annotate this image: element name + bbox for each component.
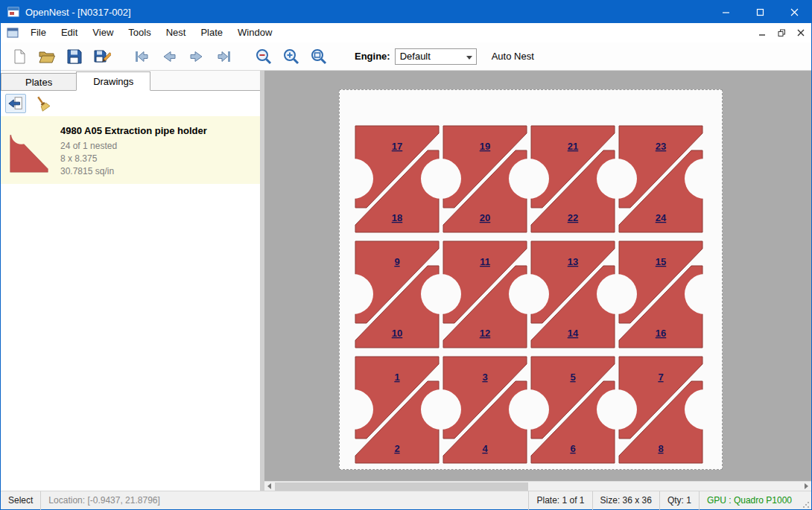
- part-number[interactable]: 11: [480, 256, 490, 267]
- part-number[interactable]: 6: [570, 443, 575, 454]
- part-number[interactable]: 5: [570, 372, 575, 383]
- menu-edit[interactable]: Edit: [54, 25, 85, 41]
- close-button[interactable]: [777, 1, 811, 23]
- tabstrip: Plates Drawings: [1, 71, 260, 91]
- drawing-list-item[interactable]: 4980 A05 Extraction pipe holder 24 of 1 …: [1, 116, 260, 184]
- scrollbar-thumb[interactable]: [275, 482, 528, 491]
- app-icon: [7, 6, 19, 18]
- part-number[interactable]: 2: [394, 443, 399, 454]
- part-circle-cutout: [509, 389, 549, 430]
- status-gpu: GPU : Quadro P1000: [699, 491, 799, 510]
- part-circle-cutout: [421, 274, 461, 314]
- maximize-button[interactable]: [743, 1, 777, 23]
- mdi-minimize-button[interactable]: [753, 25, 771, 40]
- part-number[interactable]: 9: [394, 256, 399, 267]
- engine-select[interactable]: Default: [395, 48, 477, 65]
- plate[interactable]: 171819202122232491011121314151612345678: [339, 89, 723, 470]
- panel-toolbar: [1, 91, 260, 116]
- drawing-title: 4980 A05 Extraction pipe holder: [60, 125, 207, 136]
- part-number[interactable]: 4: [482, 443, 488, 454]
- toolbar: Engine: Default Auto Nest: [1, 42, 811, 71]
- first-plate-button[interactable]: [127, 45, 155, 68]
- nest-canvas[interactable]: 171819202122232491011121314151612345678: [264, 71, 811, 491]
- minimize-button[interactable]: [708, 1, 743, 23]
- part-number[interactable]: 17: [392, 141, 402, 152]
- file-tool-group: [5, 45, 115, 68]
- status-plate: Plate: 1 of 1: [528, 491, 591, 510]
- part-number[interactable]: 7: [658, 372, 663, 383]
- drawing-nested-count: 24 of 1 nested: [60, 140, 207, 153]
- document-icon: [7, 28, 19, 38]
- drawing-list: 4980 A05 Extraction pipe holder 24 of 1 …: [1, 116, 260, 491]
- open-file-button[interactable]: [33, 45, 60, 68]
- engine-value: Default: [400, 51, 431, 62]
- tab-plates[interactable]: Plates: [1, 73, 77, 91]
- statusbar: Select Location: [-0.9437, 21.8796] Plat…: [1, 491, 811, 509]
- menu-plate[interactable]: Plate: [193, 25, 230, 41]
- status-right-group: Plate: 1 of 1 Size: 36 x 36 Qty: 1 GPU :…: [528, 491, 811, 510]
- part-circle-cutout: [421, 159, 461, 199]
- drawing-area: 30.7815 sq/in: [60, 165, 207, 178]
- part-number[interactable]: 23: [656, 141, 666, 152]
- auto-nest-button[interactable]: Auto Nest: [492, 51, 534, 62]
- part-number[interactable]: 21: [568, 141, 578, 152]
- chevron-down-icon: [466, 56, 472, 60]
- part-number[interactable]: 12: [480, 328, 490, 339]
- save-edit-button[interactable]: [88, 45, 115, 68]
- part-circle-cutout: [597, 159, 637, 199]
- drawing-info: 4980 A05 Extraction pipe holder 24 of 1 …: [60, 122, 207, 178]
- part-number[interactable]: 22: [568, 212, 578, 223]
- zoom-fit-button[interactable]: [305, 45, 332, 68]
- engine-label: Engine:: [355, 51, 390, 62]
- part-number[interactable]: 8: [658, 443, 663, 454]
- part-circle-cutout: [509, 274, 549, 314]
- mdi-restore-button[interactable]: [773, 25, 790, 40]
- mdi-close-button[interactable]: [792, 25, 810, 40]
- status-location: Location: [-0.9437, 21.8796]: [40, 491, 167, 510]
- app-window: OpenNest - [N0317-002] File Edit View To…: [0, 0, 812, 510]
- clear-broom-button[interactable]: [32, 94, 53, 113]
- tab-drawings[interactable]: Drawings: [76, 71, 150, 91]
- part-number[interactable]: 14: [568, 328, 579, 339]
- menu-view[interactable]: View: [85, 25, 121, 41]
- horizontal-scrollbar[interactable]: [264, 481, 811, 491]
- previous-plate-button[interactable]: [155, 45, 183, 68]
- part-number[interactable]: 16: [656, 328, 666, 339]
- part-number[interactable]: 15: [656, 256, 666, 267]
- menu-tools[interactable]: Tools: [121, 25, 158, 41]
- last-plate-button[interactable]: [210, 45, 238, 68]
- part-number[interactable]: 3: [482, 372, 487, 383]
- zoom-out-button[interactable]: [250, 45, 277, 68]
- next-plate-button[interactable]: [183, 45, 210, 68]
- scroll-right-icon[interactable]: [802, 482, 811, 491]
- part-number[interactable]: 18: [392, 212, 402, 223]
- status-mode: Select: [1, 491, 40, 510]
- replace-drawing-button[interactable]: [5, 94, 26, 113]
- part-thumbnail: [8, 122, 50, 174]
- menu-file[interactable]: File: [23, 25, 54, 41]
- part-number[interactable]: 10: [392, 328, 402, 339]
- part-number[interactable]: 19: [480, 141, 490, 152]
- nav-tool-group: [127, 45, 238, 68]
- zoom-in-button[interactable]: [277, 45, 305, 68]
- part-circle-cutout: [421, 389, 461, 430]
- menu-window[interactable]: Window: [230, 25, 279, 41]
- part-circle-cutout: [597, 389, 637, 430]
- menubar: File Edit View Tools Nest Plate Window: [1, 23, 811, 42]
- save-button[interactable]: [60, 45, 88, 68]
- new-file-button[interactable]: [5, 45, 33, 68]
- content: Plates Drawings: [1, 71, 811, 491]
- status-qty: Qty: 1: [659, 491, 699, 510]
- drawing-size: 8 x 8.375: [60, 153, 207, 165]
- menu-nest[interactable]: Nest: [159, 25, 194, 41]
- part-circle-cutout: [509, 159, 549, 199]
- part-number[interactable]: 24: [656, 212, 667, 223]
- resize-grip[interactable]: [799, 491, 811, 510]
- part-number[interactable]: 20: [480, 212, 490, 223]
- part-number[interactable]: 1: [394, 372, 399, 383]
- left-panel: Plates Drawings: [1, 71, 260, 491]
- part-circle-cutout: [597, 274, 637, 314]
- scroll-left-icon[interactable]: [264, 482, 274, 491]
- titlebar: OpenNest - [N0317-002]: [1, 1, 811, 23]
- part-number[interactable]: 13: [568, 256, 578, 267]
